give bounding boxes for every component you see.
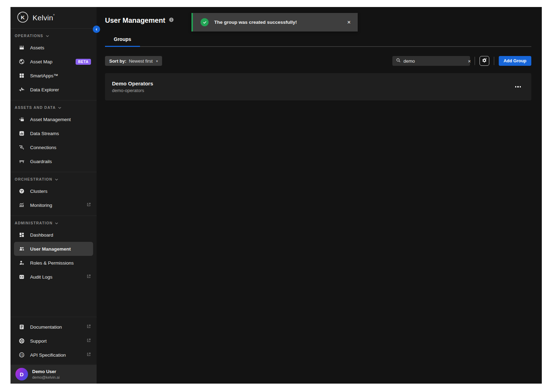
user-management-icon — [18, 245, 25, 252]
connections-icon — [18, 144, 25, 151]
sidebar-item-smartapps[interactable]: SmartApps™ — [10, 69, 97, 83]
search-icon — [396, 58, 401, 64]
sidebar-item-asset-management[interactable]: Asset Management — [10, 112, 97, 126]
user-name: Demo User — [32, 369, 59, 374]
sidebar-section-assets-and-data: ASSETS AND DATA Asset Management Data St… — [10, 100, 97, 172]
sidebar-item-roles-permissions[interactable]: Roles & Permissions — [10, 256, 97, 270]
check-icon — [201, 18, 209, 26]
asset-map-icon — [18, 58, 25, 65]
sort-value: Newest first — [129, 58, 153, 64]
kelvin-logo-text: Kelvin° — [33, 14, 55, 22]
toolbar: Sort by: Newest first ▾ × Add Group — [105, 56, 531, 66]
caret-down-icon: ▾ — [156, 59, 158, 63]
section-header-orchestration[interactable]: ORCHESTRATION — [10, 176, 97, 184]
sidebar-section-operations: OPERATIONS Assets Asset Map BETA SmartAp… — [10, 29, 97, 100]
sidebar-collapse-button[interactable]: ‹ — [93, 26, 100, 33]
sidebar-item-audit-logs[interactable]: Audit Logs — [10, 270, 97, 284]
section-label: ADMINISTRATION — [15, 221, 52, 225]
smartapps-icon — [18, 72, 25, 79]
chevron-down-icon — [58, 105, 61, 110]
sidebar-item-label: Data Streams — [30, 131, 59, 136]
sidebar-footer: Documentation Support { } API Specificat… — [10, 317, 97, 384]
guardrails-icon — [18, 158, 25, 165]
kelvin-logo-icon: K — [17, 11, 29, 24]
external-link-icon — [86, 202, 91, 208]
kelvin-logo: K Kelvin° — [10, 7, 97, 29]
sidebar-item-label: SmartApps™ — [30, 73, 58, 78]
sidebar-item-asset-map[interactable]: Asset Map BETA — [10, 55, 97, 69]
support-icon — [18, 337, 25, 344]
sidebar-item-label: Guardrails — [30, 159, 52, 164]
sidebar-item-label: Data Explorer — [30, 87, 59, 92]
sidebar-item-documentation[interactable]: Documentation — [10, 320, 97, 334]
data-explorer-icon — [18, 86, 25, 93]
sidebar-item-label: Assets — [30, 45, 44, 50]
assets-icon — [18, 44, 25, 51]
roles-permissions-icon — [18, 259, 25, 266]
user-email: demo@kelvin.ai — [32, 375, 59, 379]
logo-trademark: ° — [53, 14, 55, 18]
chevron-down-icon — [46, 34, 49, 38]
documentation-icon — [18, 323, 25, 330]
add-group-button[interactable]: Add Group — [499, 56, 531, 66]
toolbar-right: × Add Group — [392, 56, 531, 66]
page-title: User Management — [105, 16, 165, 24]
main-content: User Management The group was created su… — [97, 7, 542, 384]
app-window: K Kelvin° OPERATIONS Assets Asset Map — [10, 7, 542, 384]
search-input[interactable] — [404, 58, 465, 64]
svg-text:{ }: { } — [20, 354, 23, 356]
sidebar-item-label: Dashboard — [30, 232, 53, 238]
group-name: Demo Operators — [112, 80, 153, 86]
toast-close-button[interactable]: × — [347, 19, 351, 26]
sidebar-item-label: User Management — [30, 246, 71, 252]
settings-button[interactable] — [479, 56, 489, 66]
sidebar-item-label: Roles & Permissions — [30, 260, 74, 266]
search-clear-button[interactable]: × — [468, 58, 471, 64]
asset-management-icon — [18, 116, 25, 123]
sort-label: Sort by: — [109, 58, 126, 64]
toolbar-divider — [494, 57, 494, 65]
dashboard-icon — [18, 231, 25, 238]
section-header-operations[interactable]: OPERATIONS — [10, 33, 97, 41]
group-row-demo-operators[interactable]: Demo Operators demo-operators — [105, 73, 531, 100]
sidebar-item-data-explorer[interactable]: Data Explorer — [10, 83, 97, 97]
sidebar-item-label: Support — [30, 338, 47, 344]
audit-logs-icon — [18, 273, 25, 280]
sidebar-item-assets[interactable]: Assets — [10, 41, 97, 55]
section-label: ORCHESTRATION — [15, 177, 52, 181]
success-toast: The group was created successfully! × — [191, 13, 358, 31]
sidebar-item-label: Connections — [30, 145, 56, 150]
chevron-down-icon — [55, 221, 58, 225]
sidebar-item-user-management[interactable]: User Management — [14, 242, 93, 256]
gear-sparkle-icon — [481, 57, 487, 64]
tab-groups[interactable]: Groups — [105, 34, 140, 47]
sidebar-item-dashboard[interactable]: Dashboard — [10, 228, 97, 242]
sidebar-item-label: Audit Logs — [30, 274, 52, 280]
sidebar-item-data-streams[interactable]: Data Streams — [10, 126, 97, 140]
svg-text:K: K — [21, 14, 25, 20]
external-link-icon — [86, 352, 91, 358]
monitoring-icon — [18, 202, 25, 209]
section-header-assets-and-data[interactable]: ASSETS AND DATA — [10, 105, 97, 112]
sidebar-item-guardrails[interactable]: Guardrails — [10, 154, 97, 168]
sort-dropdown[interactable]: Sort by: Newest first ▾ — [105, 56, 162, 66]
sidebar-item-monitoring[interactable]: Monitoring — [10, 198, 97, 212]
sidebar-item-label: API Specification — [30, 352, 66, 358]
sidebar-item-api-specification[interactable]: { } API Specification — [10, 348, 97, 362]
sidebar-item-label: Monitoring — [30, 203, 52, 208]
info-icon[interactable] — [169, 17, 174, 24]
search-box: × — [392, 56, 470, 66]
sidebar-section-administration: ADMINISTRATION Dashboard User Management… — [10, 216, 97, 287]
section-header-administration[interactable]: ADMINISTRATION — [10, 220, 97, 228]
sidebar-item-label: Asset Management — [30, 117, 71, 122]
user-menu[interactable]: D Demo User demo@kelvin.ai — [10, 365, 97, 384]
sidebar-item-support[interactable]: Support — [10, 334, 97, 348]
sidebar-item-label: Documentation — [30, 324, 62, 330]
sidebar-item-label: Clusters — [30, 189, 48, 194]
sidebar-item-clusters[interactable]: Clusters — [10, 184, 97, 198]
section-label: OPERATIONS — [15, 34, 43, 38]
data-streams-icon — [18, 130, 25, 137]
sidebar-item-connections[interactable]: Connections — [10, 140, 97, 154]
group-actions-menu-icon[interactable] — [514, 84, 522, 90]
toolbar-divider — [475, 57, 475, 65]
